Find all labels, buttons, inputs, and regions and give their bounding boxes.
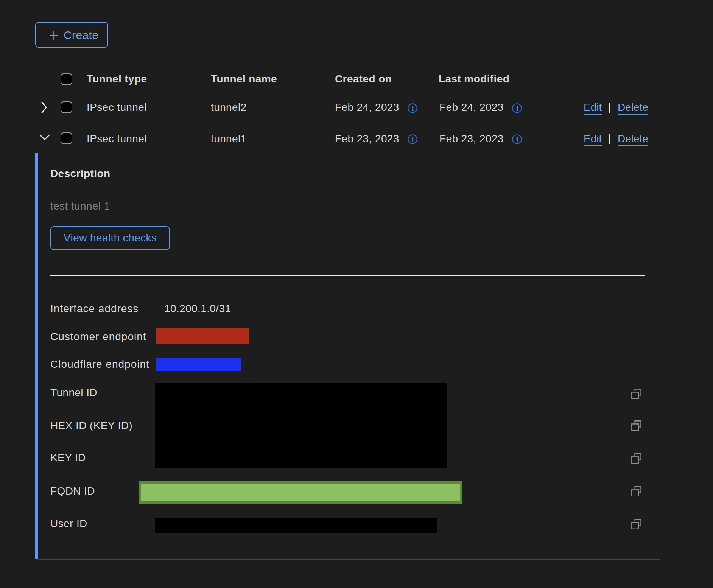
- svg-text:i: i: [412, 104, 414, 112]
- svg-text:i: i: [412, 135, 414, 143]
- svg-text:i: i: [516, 135, 518, 143]
- svg-text:i: i: [516, 104, 518, 112]
